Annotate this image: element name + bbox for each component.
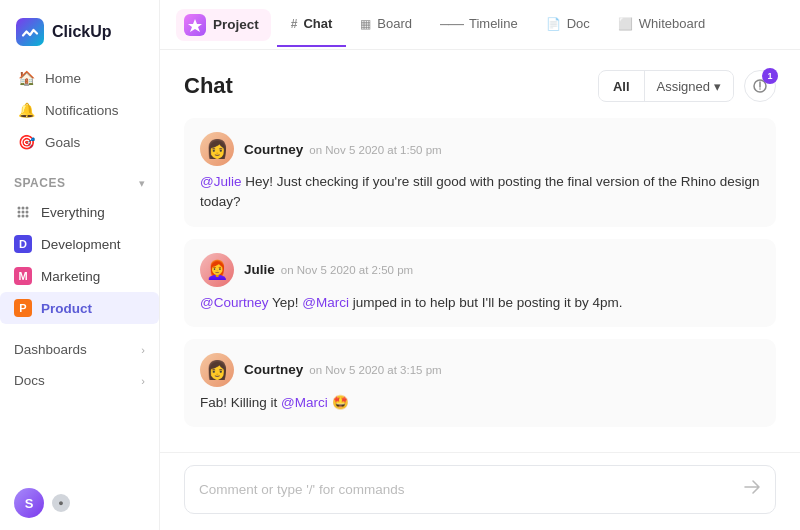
clickup-logo-icon	[16, 18, 44, 46]
everything-icon	[14, 203, 32, 221]
svg-point-4	[18, 211, 21, 214]
sidebar-item-home[interactable]: 🏠 Home	[8, 62, 151, 94]
message-3-text-1: Fab! Killing it	[200, 395, 281, 410]
message-2-meta: Julie on Nov 5 2020 at 2:50 pm	[244, 262, 413, 277]
tab-whiteboard[interactable]: ⬜ Whiteboard	[604, 2, 719, 47]
message-1-body: @Julie Hey! Just checking if you're stil…	[200, 172, 760, 213]
doc-tab-icon: 📄	[546, 17, 561, 31]
board-tab-label: Board	[377, 16, 412, 31]
filter-assigned-label: Assigned	[657, 79, 710, 94]
message-3: 👩 Courtney on Nov 5 2020 at 3:15 pm Fab!…	[184, 339, 776, 427]
svg-point-3	[26, 207, 29, 210]
sidebar-item-notifications[interactable]: 🔔 Notifications	[8, 94, 151, 126]
sidebar-item-dashboards[interactable]: Dashboards ›	[0, 334, 159, 365]
timeline-tab-icon: –—	[440, 15, 463, 33]
tab-doc[interactable]: 📄 Doc	[532, 2, 604, 47]
timeline-tab-label: Timeline	[469, 16, 518, 31]
sidebar-item-development[interactable]: D Development	[0, 228, 159, 260]
chat-header: Chat All Assigned ▾	[160, 50, 800, 118]
chat-tab-label: Chat	[303, 16, 332, 31]
tab-board[interactable]: ▦ Board	[346, 2, 426, 47]
collapse-icon[interactable]: ▾	[139, 177, 145, 190]
sidebar-item-product[interactable]: P Product	[0, 292, 159, 324]
spaces-section-header: Spaces ▾	[0, 162, 159, 196]
message-2: 👩‍🦰 Julie on Nov 5 2020 at 2:50 pm @Cour…	[184, 239, 776, 327]
courtney-avatar-1: 👩	[200, 132, 234, 166]
svg-point-13	[759, 88, 761, 90]
filter-assigned-button[interactable]: Assigned ▾	[645, 73, 733, 100]
sidebar-item-docs[interactable]: Docs ›	[0, 365, 159, 396]
notification-badge-wrap[interactable]: 1	[744, 70, 776, 102]
mention-marci-3: @Marci	[281, 395, 328, 410]
message-3-header: 👩 Courtney on Nov 5 2020 at 3:15 pm	[200, 353, 760, 387]
project-icon	[184, 14, 206, 36]
sidebar-bottom: S ●	[0, 476, 159, 530]
message-1-meta: Courtney on Nov 5 2020 at 1:50 pm	[244, 142, 442, 157]
user-status-icon: ●	[52, 494, 70, 512]
chat-header-right: All Assigned ▾ 1	[598, 70, 776, 102]
project-badge[interactable]: Project	[176, 9, 271, 41]
send-icon[interactable]	[741, 477, 761, 502]
svg-point-7	[18, 215, 21, 218]
bell-icon: 🔔	[18, 102, 35, 118]
goals-icon: 🎯	[18, 134, 35, 150]
development-icon: D	[14, 235, 32, 253]
message-3-emoji: 🤩	[332, 395, 349, 410]
svg-point-8	[22, 215, 25, 218]
main-content: Project # Chat ▦ Board –— Timeline 📄 Doc…	[160, 0, 800, 530]
message-3-time: on Nov 5 2020 at 3:15 pm	[309, 364, 441, 376]
message-1-time: on Nov 5 2020 at 1:50 pm	[309, 144, 441, 156]
message-2-text-1: Yep!	[272, 295, 302, 310]
courtney-avatar-2: 👩	[200, 353, 234, 387]
message-2-time: on Nov 5 2020 at 2:50 pm	[281, 264, 413, 276]
message-3-author: Courtney	[244, 362, 303, 377]
top-nav: Project # Chat ▦ Board –— Timeline 📄 Doc…	[160, 0, 800, 50]
comment-input-wrap[interactable]: Comment or type '/' for commands	[184, 465, 776, 514]
message-2-text-2: jumped in to help but I'll be posting it…	[353, 295, 623, 310]
svg-point-6	[26, 211, 29, 214]
sidebar-item-home-label: Home	[45, 71, 81, 86]
svg-rect-0	[16, 18, 44, 46]
project-label: Project	[213, 17, 259, 32]
filter-group: All Assigned ▾	[598, 70, 734, 102]
message-1-author: Courtney	[244, 142, 303, 157]
sidebar-item-goals[interactable]: 🎯 Goals	[8, 126, 151, 158]
sidebar-item-goals-label: Goals	[45, 135, 80, 150]
logo-text: ClickUp	[52, 23, 112, 41]
docs-label: Docs	[14, 373, 45, 388]
board-tab-icon: ▦	[360, 17, 371, 31]
sidebar-item-everything[interactable]: Everything	[0, 196, 159, 228]
message-1-text: Hey! Just checking if you're still good …	[200, 174, 760, 209]
chat-container: Chat All Assigned ▾	[160, 50, 800, 530]
whiteboard-tab-icon: ⬜	[618, 17, 633, 31]
message-3-meta: Courtney on Nov 5 2020 at 3:15 pm	[244, 362, 442, 377]
logo-area: ClickUp	[0, 0, 159, 58]
dashboards-label: Dashboards	[14, 342, 87, 357]
mention-julie-1: @Julie	[200, 174, 241, 189]
messages-area: 👩 Courtney on Nov 5 2020 at 1:50 pm @Jul…	[160, 118, 800, 452]
docs-chevron: ›	[141, 375, 145, 387]
product-label: Product	[41, 301, 92, 316]
sidebar-item-marketing[interactable]: M Marketing	[0, 260, 159, 292]
dashboards-chevron: ›	[141, 344, 145, 356]
marketing-icon: M	[14, 267, 32, 285]
sidebar-item-notifications-label: Notifications	[45, 103, 119, 118]
tab-timeline[interactable]: –— Timeline	[426, 1, 532, 49]
tab-chat[interactable]: # Chat	[277, 2, 347, 47]
mention-marci-2: @Marci	[302, 295, 349, 310]
svg-point-2	[22, 207, 25, 210]
marketing-label: Marketing	[41, 269, 100, 284]
message-2-body: @Courtney Yep! @Marci jumped in to help …	[200, 293, 760, 313]
doc-tab-label: Doc	[567, 16, 590, 31]
julie-avatar: 👩‍🦰	[200, 253, 234, 287]
message-1: 👩 Courtney on Nov 5 2020 at 1:50 pm @Jul…	[184, 118, 776, 227]
everything-label: Everything	[41, 205, 105, 220]
user-avatar[interactable]: S	[14, 488, 44, 518]
chat-tab-icon: #	[291, 17, 298, 31]
svg-point-5	[22, 211, 25, 214]
svg-point-1	[18, 207, 21, 210]
product-icon: P	[14, 299, 32, 317]
development-label: Development	[41, 237, 121, 252]
svg-marker-10	[188, 19, 202, 32]
filter-all-button[interactable]: All	[599, 73, 644, 100]
